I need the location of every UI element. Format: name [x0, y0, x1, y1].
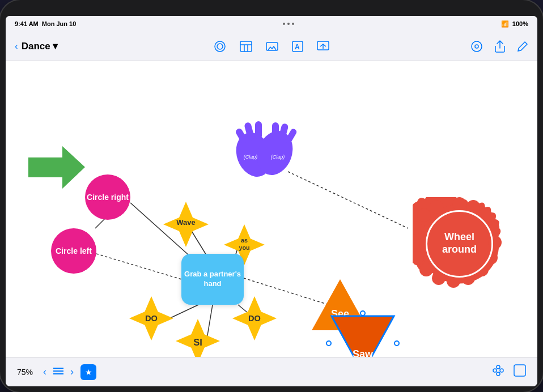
svg-text:A: A	[295, 43, 300, 51]
svg-line-22	[288, 172, 408, 228]
svg-text:Wave: Wave	[176, 218, 195, 227]
toolbar-center: A	[143, 40, 400, 53]
svg-rect-2	[240, 41, 252, 52]
dot2	[287, 23, 290, 25]
bottom-bar: 75% ‹ › ★	[6, 357, 537, 386]
hands-shape: (Clap) (Clap)	[227, 112, 300, 186]
svg-text:Saw: Saw	[353, 348, 374, 357]
media-icon[interactable]	[266, 40, 278, 53]
center-label: Grab a partner's hand	[181, 270, 244, 289]
nav-forward-button[interactable]: ›	[70, 366, 74, 378]
selection-handle-mr	[394, 340, 400, 346]
svg-point-0	[215, 41, 225, 52]
document-title-button[interactable]: Dance ▾	[22, 40, 58, 52]
screen: 9:41 AM Mon Jun 10 📶 100% ‹ Dance	[6, 16, 537, 386]
wave-node[interactable]: Wave	[163, 202, 209, 249]
arrange-icon[interactable]	[492, 364, 504, 380]
svg-text:(Clap): (Clap)	[244, 154, 258, 160]
svg-text:(Clap): (Clap)	[271, 154, 285, 160]
svg-line-15	[96, 254, 181, 279]
svg-rect-78	[514, 365, 525, 376]
svg-point-66	[417, 208, 431, 222]
arrange-icon-svg	[492, 364, 504, 377]
time-display: 9:41 AM	[15, 20, 39, 27]
list-icon	[53, 367, 63, 375]
ipad-frame: 9:41 AM Mon Jun 10 📶 100% ‹ Dance	[0, 0, 543, 392]
bottom-right-controls	[492, 364, 526, 380]
dot1	[283, 23, 285, 25]
toolbar: ‹ Dance ▾	[6, 32, 537, 61]
shapes-icon[interactable]	[214, 40, 226, 53]
star-button[interactable]: ★	[80, 364, 96, 380]
back-chevron-icon: ‹	[15, 41, 18, 52]
fullscreen-icon-svg	[514, 364, 526, 377]
date-display: Mon Jun 10	[42, 20, 77, 27]
nav-list-button[interactable]	[53, 366, 63, 378]
svg-text:DO: DO	[145, 314, 158, 323]
circle-left-node[interactable]: Circle left	[51, 228, 96, 274]
wheel-around-shape: Wheel around	[413, 197, 506, 291]
share-icon[interactable]	[494, 40, 506, 53]
svg-point-1	[217, 44, 223, 49]
svg-point-12	[475, 45, 478, 48]
dot3	[292, 23, 294, 25]
status-bar-right: 📶 100%	[501, 20, 528, 28]
svg-point-77	[497, 372, 500, 376]
svg-rect-39	[255, 121, 262, 139]
saw-node[interactable]: Saw	[329, 313, 397, 357]
svg-point-74	[493, 369, 497, 372]
nav-back-button[interactable]: ‹	[43, 366, 46, 378]
svg-point-58	[475, 263, 489, 276]
insert-icon[interactable]	[317, 41, 329, 52]
status-bar: 9:41 AM Mon Jun 10 📶 100%	[6, 16, 537, 32]
svg-text:SI: SI	[193, 337, 202, 348]
selection-handle-ml	[326, 340, 332, 346]
svg-point-75	[500, 369, 503, 372]
svg-point-67	[430, 200, 443, 214]
svg-text:DO: DO	[248, 314, 261, 323]
do-left-node[interactable]: DO	[129, 296, 173, 343]
text-icon[interactable]: A	[292, 41, 303, 52]
battery-display: 100%	[512, 20, 528, 27]
svg-rect-41	[272, 122, 279, 140]
center-node[interactable]: Grab a partner's hand	[181, 254, 244, 305]
svg-text:as: as	[241, 237, 248, 244]
hands-node[interactable]: (Clap) (Clap)	[227, 112, 300, 186]
svg-text:you: you	[239, 244, 249, 251]
svg-text:around: around	[442, 244, 477, 255]
svg-point-54	[478, 208, 492, 222]
wheel-around-node[interactable]: Wheel around	[413, 197, 506, 291]
canvas: Circle right Circle left Wave as you	[6, 61, 537, 357]
wave-star-shape: Wave	[163, 202, 209, 247]
settings-icon[interactable]	[470, 40, 483, 53]
do-left-star-shape: DO	[129, 296, 173, 340]
svg-marker-24	[28, 146, 85, 189]
svg-point-56	[488, 236, 502, 249]
star-icon: ★	[85, 368, 92, 377]
circle-left-label: Circle left	[56, 246, 92, 256]
saw-triangle-shape: Saw	[329, 313, 397, 357]
wifi-icon: 📶	[501, 20, 509, 28]
green-arrow	[28, 143, 85, 191]
circle-right-label: Circle right	[87, 193, 129, 202]
table-icon[interactable]	[240, 41, 252, 52]
selection-handle-tl	[360, 310, 366, 316]
dropdown-icon: ▾	[53, 40, 58, 52]
document-title-label: Dance	[22, 41, 50, 52]
svg-point-76	[497, 365, 500, 369]
si-node[interactable]: SI	[176, 319, 220, 357]
zoom-level: 75%	[17, 368, 33, 377]
svg-point-62	[419, 263, 433, 276]
status-bar-left: 9:41 AM Mon Jun 10	[15, 20, 76, 27]
toolbar-right	[400, 40, 529, 53]
svg-text:Wheel: Wheel	[444, 231, 474, 242]
back-button[interactable]: ‹	[15, 41, 18, 52]
status-bar-center	[283, 23, 294, 25]
svg-point-52	[453, 197, 466, 211]
svg-point-11	[472, 41, 482, 52]
si-star-shape: SI	[176, 319, 220, 357]
fullscreen-icon[interactable]	[514, 364, 526, 380]
toolbar-left: ‹ Dance ▾	[15, 40, 143, 52]
circle-right-node[interactable]: Circle right	[85, 174, 130, 220]
edit-icon[interactable]	[517, 41, 528, 52]
